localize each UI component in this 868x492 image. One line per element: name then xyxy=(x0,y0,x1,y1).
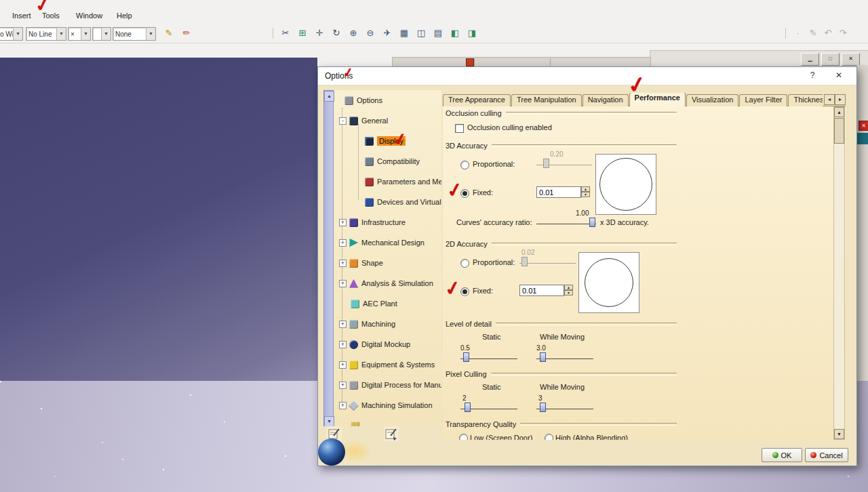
scroll-up-icon[interactable]: ▲ xyxy=(834,107,844,117)
tree-item-compatibility[interactable]: Compatibility xyxy=(334,154,441,169)
view-wireframe-icon[interactable]: ▤ xyxy=(431,26,446,40)
expand-icon[interactable]: + xyxy=(339,382,347,389)
tree-item-general[interactable]: - General xyxy=(334,113,441,128)
spin-down-icon[interactable]: ▼ xyxy=(581,192,590,197)
proportional-3d-slider[interactable] xyxy=(536,159,592,168)
menu-window[interactable]: Window xyxy=(76,12,102,20)
lod-moving-slider[interactable] xyxy=(536,353,593,362)
tree-item-partial[interactable] xyxy=(334,418,441,426)
expand-icon[interactable]: + xyxy=(339,321,347,328)
scroll-up-icon[interactable]: ▲ xyxy=(324,91,334,102)
render-combo[interactable]: None▾ xyxy=(113,27,156,41)
spin-up-icon[interactable]: ▲ xyxy=(564,285,573,290)
tree-item-analysis-simulation[interactable]: + Analysis & Simulation xyxy=(334,276,441,291)
content-scrollbar[interactable]: ▲ ▼ xyxy=(833,106,845,440)
dialog-help-button[interactable]: ? xyxy=(806,70,818,80)
slider-handle[interactable] xyxy=(463,352,469,362)
collapse-icon[interactable]: - xyxy=(339,117,347,125)
ok-button[interactable]: OK xyxy=(762,448,802,462)
slider-handle[interactable] xyxy=(521,257,528,266)
dot-icon[interactable]: · xyxy=(791,26,806,40)
tab-tree-appearance[interactable]: Tree Appearance xyxy=(443,94,511,106)
line-width-combo[interactable]: o Wic▾ xyxy=(0,27,23,41)
zoom-in-icon[interactable]: ⊕ xyxy=(346,26,361,40)
proportional-2d-slider[interactable] xyxy=(519,258,576,266)
style-combo[interactable]: ▾ xyxy=(92,27,111,41)
tab-tree-manipulation[interactable]: Tree Manipulation xyxy=(511,94,582,106)
cancel-button[interactable]: Cancel xyxy=(805,448,848,462)
fixed-2d-input[interactable] xyxy=(519,285,564,296)
restore-icon[interactable]: □ xyxy=(821,53,840,66)
menu-help[interactable]: Help xyxy=(117,12,132,20)
tab-navigation[interactable]: Navigation xyxy=(583,94,629,106)
pixel-moving-slider[interactable] xyxy=(536,403,593,412)
occlusion-culling-checkbox[interactable] xyxy=(455,124,464,133)
tree-item-parameters[interactable]: Parameters and Meas xyxy=(334,174,441,189)
close-icon[interactable]: ✕ xyxy=(859,121,868,131)
expand-icon[interactable]: + xyxy=(339,361,347,369)
tree-scrollbar[interactable]: ▲ ▼ xyxy=(323,90,334,426)
tree-item-digital-mockup[interactable]: + Digital Mockup xyxy=(334,337,441,352)
tree-item-machining-simulation[interactable]: + Machining Simulation xyxy=(334,398,441,413)
scrollbar-thumb[interactable] xyxy=(834,118,844,144)
spin-down-icon[interactable]: ▼ xyxy=(564,290,573,295)
tab-thickness[interactable]: Thickness xyxy=(788,94,823,106)
minimize-icon[interactable]: ▁ xyxy=(801,53,819,66)
tree-tool-button-right[interactable] xyxy=(384,426,399,441)
slider-handle[interactable] xyxy=(589,218,595,227)
pen-disabled-icon[interactable]: ✎ xyxy=(806,26,821,40)
tab-scroll-left-icon[interactable]: ◄ xyxy=(824,94,835,105)
cut-plane-icon[interactable]: ✂ xyxy=(278,26,293,40)
expand-icon[interactable]: + xyxy=(339,402,347,409)
view-render-icon[interactable]: ◨ xyxy=(465,26,479,40)
menu-insert[interactable]: Insert xyxy=(12,12,31,20)
tree-item-devices[interactable]: Devices and Virtual R xyxy=(334,194,441,209)
spin-up-icon[interactable]: ▲ xyxy=(581,186,590,192)
fit-all-icon[interactable]: ⊞ xyxy=(295,26,310,40)
fly-mode-icon[interactable]: ✈ xyxy=(380,26,395,40)
tree-item-options[interactable]: Options xyxy=(334,93,441,108)
brush-icon[interactable]: ✏ xyxy=(179,26,194,40)
expand-icon[interactable]: + xyxy=(339,341,347,348)
dialog-titlebar[interactable]: Options ? ✕ xyxy=(318,67,856,85)
tree-item-shape[interactable]: + Shape xyxy=(334,255,441,270)
transparency-high-radio[interactable] xyxy=(545,434,553,440)
expand-icon[interactable]: + xyxy=(339,280,347,287)
tree-item-mechanical-design[interactable]: + Mechanical Design xyxy=(334,235,441,250)
tree-item-machining[interactable]: + Machining xyxy=(334,316,441,331)
pen-icon[interactable]: ✎ xyxy=(161,26,176,40)
tab-scroll-right-icon[interactable]: ► xyxy=(835,94,846,105)
zoom-out-icon[interactable]: ⊖ xyxy=(363,26,378,40)
tree-item-equipment-systems[interactable]: + Equipment & Systems xyxy=(334,357,441,372)
tree-item-digital-process[interactable]: + Digital Process for Manu xyxy=(334,377,441,392)
dialog-close-button[interactable]: ✕ xyxy=(832,70,846,80)
line-type-combo[interactable]: No Line▾ xyxy=(26,27,66,41)
transparency-low-radio[interactable] xyxy=(459,434,468,440)
tree-item-display[interactable]: Display xyxy=(334,134,441,148)
proportional-3d-radio[interactable] xyxy=(460,161,469,169)
scroll-down-icon[interactable]: ▼ xyxy=(834,429,844,439)
slider-handle[interactable] xyxy=(540,352,546,362)
tree-item-infrastructure[interactable]: + Infrastructure xyxy=(334,215,441,230)
view-grid-icon[interactable]: ▦ xyxy=(397,26,412,40)
undo-icon[interactable]: ↶ xyxy=(821,26,835,40)
proportional-2d-radio[interactable] xyxy=(460,259,469,268)
tab-visualization[interactable]: Visualization xyxy=(686,94,739,106)
curves-ratio-slider[interactable] xyxy=(536,218,596,227)
expand-icon[interactable]: + xyxy=(339,219,347,226)
view-split-icon[interactable]: ◫ xyxy=(414,26,429,40)
expand-icon[interactable]: + xyxy=(339,260,347,267)
fixed-3d-input[interactable] xyxy=(536,186,581,198)
expand-icon[interactable]: + xyxy=(339,239,347,247)
slider-handle[interactable] xyxy=(465,403,471,412)
slider-handle[interactable] xyxy=(543,159,549,168)
tree-item-aec-plant[interactable]: AEC Plant xyxy=(334,296,441,311)
pan-icon[interactable]: ✛ xyxy=(312,26,327,40)
view-shaded-icon[interactable]: ◧ xyxy=(448,26,462,40)
slider-handle[interactable] xyxy=(540,403,546,412)
pixel-static-slider[interactable] xyxy=(460,403,517,412)
3d-viewport[interactable] xyxy=(0,58,317,381)
scroll-down-icon[interactable]: ▼ xyxy=(324,416,334,426)
rotate-icon[interactable]: ↻ xyxy=(329,26,344,40)
close-icon[interactable]: ✕ xyxy=(842,53,860,66)
